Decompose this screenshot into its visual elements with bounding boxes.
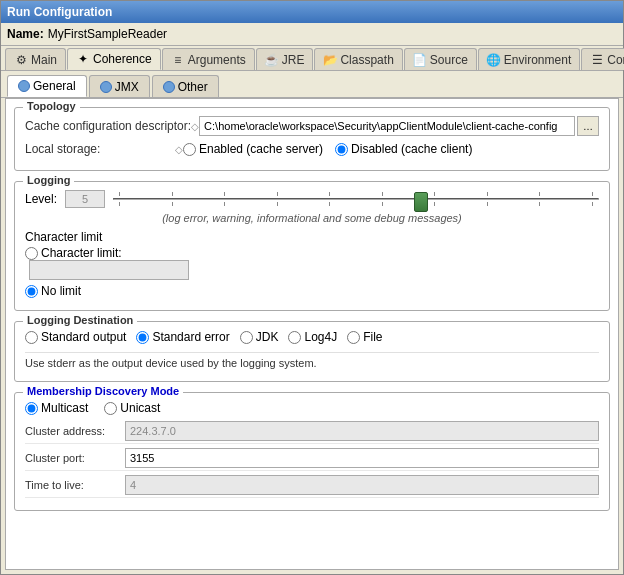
membership-radios: Multicast Unicast bbox=[25, 401, 599, 415]
char-limit-title: Character limit bbox=[25, 230, 102, 244]
title-bar: Run Configuration bbox=[1, 1, 623, 23]
cluster-port-input[interactable] bbox=[125, 448, 599, 468]
tab-source-label: Source bbox=[430, 53, 468, 67]
jdk-radio[interactable] bbox=[240, 331, 253, 344]
time-to-live-label: Time to live: bbox=[25, 479, 125, 491]
local-storage-radios: Enabled (cache server) Disabled (cache c… bbox=[183, 142, 472, 156]
no-limit-radio[interactable] bbox=[25, 285, 38, 298]
tab-source[interactable]: 📄 Source bbox=[404, 48, 477, 70]
tab-classpath-label: Classpath bbox=[340, 53, 393, 67]
window-title: Run Configuration bbox=[7, 5, 112, 19]
other-sub-icon bbox=[163, 81, 175, 93]
file-option[interactable]: File bbox=[347, 330, 382, 344]
general-sub-icon bbox=[18, 80, 30, 92]
name-label: Name: bbox=[7, 27, 44, 41]
cluster-address-input[interactable] bbox=[125, 421, 599, 441]
logging-label: Logging bbox=[23, 174, 74, 186]
level-row: Level: bbox=[25, 190, 599, 208]
cache-config-row: Cache configuration descriptor: ◇ … bbox=[25, 116, 599, 136]
main-icon: ⚙ bbox=[14, 53, 28, 67]
level-input[interactable] bbox=[65, 190, 105, 208]
stderr-label: Standard error bbox=[152, 330, 229, 344]
tab-classpath[interactable]: 📂 Classpath bbox=[314, 48, 402, 70]
tab-environment-label: Environment bbox=[504, 53, 571, 67]
tab-coherence-label: Coherence bbox=[93, 52, 152, 66]
content-area: Topology Cache configuration descriptor:… bbox=[5, 98, 619, 570]
source-icon: 📄 bbox=[413, 53, 427, 67]
cluster-port-label: Cluster port: bbox=[25, 452, 125, 464]
tab-jre[interactable]: ☕ JRE bbox=[256, 48, 314, 70]
tab-arguments[interactable]: ≡ Arguments bbox=[162, 48, 255, 70]
tab-common-label: Common bbox=[607, 53, 624, 67]
log-dest-section: Logging Destination Standard output Stan… bbox=[14, 321, 610, 382]
tab-coherence[interactable]: ✦ Coherence bbox=[67, 48, 161, 70]
logging-hint: (log error, warning, informational and s… bbox=[25, 212, 599, 224]
jdk-label: JDK bbox=[256, 330, 279, 344]
cache-config-icon: ◇ bbox=[191, 121, 199, 132]
tab-common[interactable]: ☰ Common bbox=[581, 48, 624, 70]
name-value: MyFirstSampleReader bbox=[48, 27, 167, 41]
time-to-live-input[interactable] bbox=[125, 475, 599, 495]
membership-section: Membership Discovery Mode Multicast Unic… bbox=[14, 392, 610, 511]
browse-button[interactable]: … bbox=[577, 116, 599, 136]
enabled-option[interactable]: Enabled (cache server) bbox=[183, 142, 323, 156]
name-row: Name: MyFirstSampleReader bbox=[1, 23, 623, 46]
local-storage-row: Local storage: ◇ Enabled (cache server) … bbox=[25, 142, 599, 156]
stdout-option[interactable]: Standard output bbox=[25, 330, 126, 344]
jdk-option[interactable]: JDK bbox=[240, 330, 279, 344]
window: Run Configuration Name: MyFirstSampleRea… bbox=[0, 0, 624, 575]
log4j-radio[interactable] bbox=[288, 331, 301, 344]
tab-main-label: Main bbox=[31, 53, 57, 67]
sub-tab-jmx-label: JMX bbox=[115, 80, 139, 94]
char-limit-option[interactable]: Character limit: bbox=[25, 246, 599, 260]
sub-tab-other-label: Other bbox=[178, 80, 208, 94]
sub-tab-jmx[interactable]: JMX bbox=[89, 75, 150, 97]
char-limit-input[interactable] bbox=[29, 260, 189, 280]
unicast-radio[interactable] bbox=[104, 402, 117, 415]
local-storage-label: Local storage: bbox=[25, 142, 175, 156]
sub-tab-other[interactable]: Other bbox=[152, 75, 219, 97]
log-dest-radios: Standard output Standard error JDK Log4J… bbox=[25, 330, 599, 344]
enabled-label: Enabled (cache server) bbox=[199, 142, 323, 156]
file-radio[interactable] bbox=[347, 331, 360, 344]
sub-tab-general[interactable]: General bbox=[7, 75, 87, 97]
char-limit-row: Character limit: bbox=[25, 246, 599, 280]
tab-environment[interactable]: 🌐 Environment bbox=[478, 48, 580, 70]
slider-wrapper bbox=[113, 192, 599, 206]
disabled-label: Disabled (cache client) bbox=[351, 142, 472, 156]
stderr-radio[interactable] bbox=[136, 331, 149, 344]
file-label: File bbox=[363, 330, 382, 344]
disabled-radio[interactable] bbox=[335, 143, 348, 156]
tab-main[interactable]: ⚙ Main bbox=[5, 48, 66, 70]
char-limit-radio[interactable] bbox=[25, 247, 38, 260]
disabled-option[interactable]: Disabled (cache client) bbox=[335, 142, 472, 156]
cluster-address-row: Cluster address: bbox=[25, 421, 599, 444]
log4j-option[interactable]: Log4J bbox=[288, 330, 337, 344]
log4j-label: Log4J bbox=[304, 330, 337, 344]
common-icon: ☰ bbox=[590, 53, 604, 67]
cache-config-input[interactable] bbox=[199, 116, 575, 136]
unicast-option[interactable]: Unicast bbox=[104, 401, 160, 415]
slider-thumb[interactable] bbox=[414, 192, 428, 212]
topology-section: Topology Cache configuration descriptor:… bbox=[14, 107, 610, 171]
stderr-option[interactable]: Standard error bbox=[136, 330, 229, 344]
enabled-radio[interactable] bbox=[183, 143, 196, 156]
log-dest-label: Logging Destination bbox=[23, 314, 137, 326]
multicast-option[interactable]: Multicast bbox=[25, 401, 88, 415]
stdout-radio[interactable] bbox=[25, 331, 38, 344]
cluster-address-label: Cluster address: bbox=[25, 425, 125, 437]
unicast-label: Unicast bbox=[120, 401, 160, 415]
tab-jre-label: JRE bbox=[282, 53, 305, 67]
log-dest-description: Use stderr as the output device used by … bbox=[25, 352, 599, 373]
no-limit-option[interactable]: No limit bbox=[25, 284, 599, 298]
multicast-label: Multicast bbox=[41, 401, 88, 415]
slider-track[interactable] bbox=[113, 198, 599, 200]
jre-icon: ☕ bbox=[265, 53, 279, 67]
level-label: Level: bbox=[25, 192, 57, 206]
arguments-icon: ≡ bbox=[171, 53, 185, 67]
jmx-sub-icon bbox=[100, 81, 112, 93]
stdout-label: Standard output bbox=[41, 330, 126, 344]
multicast-radio[interactable] bbox=[25, 402, 38, 415]
sub-tabs: General JMX Other bbox=[1, 71, 623, 98]
cache-config-label: Cache configuration descriptor: bbox=[25, 119, 191, 133]
